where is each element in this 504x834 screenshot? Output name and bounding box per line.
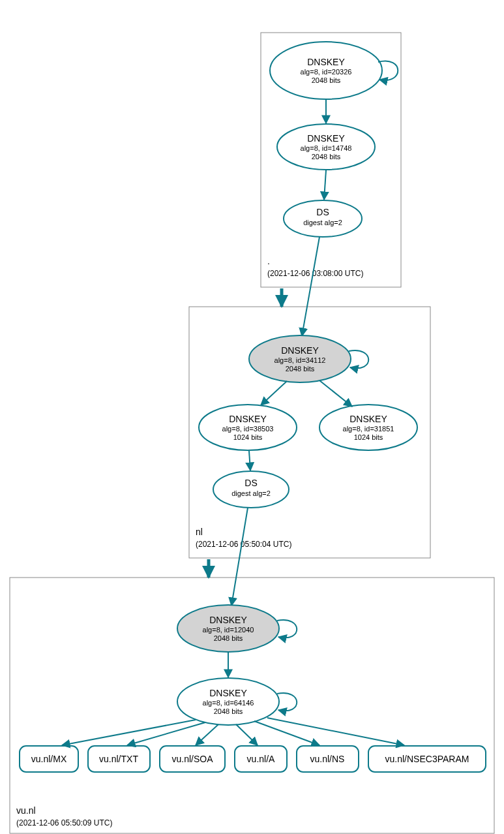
node-title: DNSKEY: [229, 414, 267, 424]
rrset-label: vu.nl/TXT: [99, 754, 138, 764]
node-detail: digest alg=2: [303, 219, 342, 226]
node-detail: alg=8, id=31851: [343, 425, 394, 433]
node-nl-ds: DS digest alg=2: [213, 471, 289, 508]
edge-zsk-soa: [196, 724, 218, 745]
node-detail: alg=8, id=20326: [301, 68, 352, 76]
node-title: DS: [245, 478, 257, 488]
zone-timestamp-nl: (2021-12-06 05:50:04 UTC): [196, 540, 291, 549]
rrset-label: vu.nl/SOA: [171, 754, 213, 764]
node-detail: alg=8, id=38503: [222, 425, 274, 433]
edge-zsk-mx: [62, 720, 196, 745]
edge-nl-ksk-zsk2: [319, 380, 352, 407]
edge-nl-ksk-zsk1: [261, 381, 287, 405]
rrset-label: vu.nl/MX: [31, 754, 67, 764]
node-title: DNSKEY: [281, 345, 319, 356]
edge-root-ds-nl-ksk: [302, 237, 319, 336]
node-detail: 2048 bits: [286, 365, 315, 373]
node-title: DS: [316, 207, 329, 217]
node-vu-ksk: DNSKEY alg=8, id=12040 2048 bits: [177, 605, 279, 652]
rrset-soa: vu.nl/SOA: [160, 746, 225, 772]
node-root-zsk: DNSKEY alg=8, id=14748 2048 bits: [277, 124, 375, 170]
edge-zsk-n3p: [267, 718, 404, 745]
edge-self-vu-ksk: [277, 620, 297, 638]
node-root-ksk: DNSKEY alg=8, id=20326 2048 bits: [270, 42, 382, 99]
edge-root-zsk-ds: [324, 170, 326, 200]
node-detail: alg=8, id=34112: [274, 356, 326, 364]
edge-nl-ds-vu-ksk: [231, 508, 248, 606]
node-detail: alg=8, id=14748: [301, 144, 352, 152]
node-title: DNSKEY: [349, 414, 387, 424]
edge-self-nl-ksk: [349, 350, 368, 368]
node-detail: 2048 bits: [214, 634, 243, 642]
rrset-a: vu.nl/A: [235, 746, 287, 772]
rrset-ns: vu.nl/NS: [297, 746, 359, 772]
zone-label-nl: nl: [196, 527, 203, 537]
edge-zsk-ns: [254, 721, 319, 745]
edge-self-vu-zsk: [277, 693, 297, 711]
node-nl-zsk1: DNSKEY alg=8, id=38503 1024 bits: [199, 405, 297, 450]
node-detail: 1024 bits: [233, 433, 263, 441]
node-nl-zsk2: DNSKEY alg=8, id=31851 1024 bits: [319, 405, 417, 450]
node-detail: alg=8, id=64146: [203, 699, 254, 707]
node-title: DNSKEY: [307, 133, 345, 144]
zone-label-root: .: [267, 256, 270, 266]
rrset-txt: vu.nl/TXT: [88, 746, 150, 772]
node-title: DNSKEY: [209, 615, 247, 625]
rrset-label: vu.nl/NSEC3PARAM: [385, 754, 469, 764]
node-detail: alg=8, id=12040: [203, 626, 254, 634]
rrset-mx: vu.nl/MX: [20, 746, 78, 772]
node-nl-ksk: DNSKEY alg=8, id=34112 2048 bits: [249, 335, 351, 382]
node-title: DNSKEY: [209, 688, 247, 698]
node-title: DNSKEY: [307, 57, 345, 67]
rrset-label: vu.nl/A: [247, 754, 275, 764]
node-vu-zsk: DNSKEY alg=8, id=64146 2048 bits: [177, 678, 279, 725]
dnssec-chain-diagram: . (2021-12-06 03:08:00 UTC) DNSKEY alg=8…: [0, 0, 504, 834]
node-root-ds: DS digest alg=2: [284, 200, 362, 237]
node-detail: 2048 bits: [214, 707, 243, 715]
node-detail: digest alg=2: [231, 489, 271, 497]
node-detail: 1024 bits: [354, 433, 383, 441]
rrset-nsec3param: vu.nl/NSEC3PARAM: [368, 746, 486, 772]
node-detail: 2048 bits: [312, 76, 341, 84]
zone-timestamp-vu: (2021-12-06 05:50:09 UTC): [16, 818, 112, 827]
node-detail: 2048 bits: [312, 153, 341, 161]
rrset-label: vu.nl/NS: [310, 754, 345, 764]
zone-timestamp-root: (2021-12-06 03:08:00 UTC): [267, 269, 363, 278]
zone-label-vu: vu.nl: [16, 805, 36, 816]
edge-zsk-a: [236, 724, 258, 745]
edge-nl-zsk1-ds: [249, 451, 250, 471]
